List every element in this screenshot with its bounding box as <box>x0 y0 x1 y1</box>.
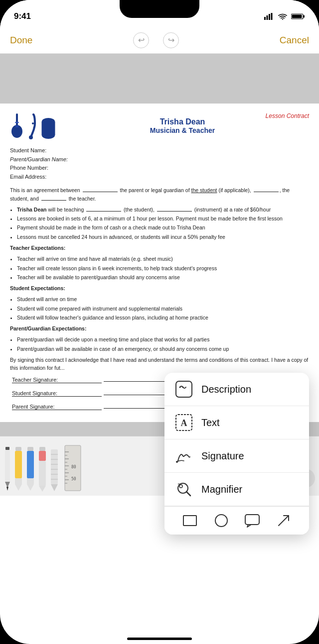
signing-paragraph: By signing this contract I acknowledge t… <box>10 356 309 372</box>
guitar-icon <box>10 112 26 139</box>
student-bullets: Student will arrive on time Student will… <box>17 295 309 322</box>
marker-yellow-tool[interactable] <box>14 442 23 492</box>
svg-marker-36 <box>6 487 8 491</box>
svg-rect-39 <box>15 478 22 484</box>
circle-shape-button[interactable] <box>212 512 230 530</box>
done-button[interactable]: Done <box>10 35 32 46</box>
parent-bullets: Parent/guardian will decide upon a meeti… <box>17 335 309 353</box>
svg-point-12 <box>29 135 33 139</box>
svg-line-28 <box>186 492 190 496</box>
svg-rect-31 <box>245 515 259 525</box>
texture-pencil-tool[interactable] <box>50 442 59 492</box>
instrument-icons <box>10 112 56 139</box>
doc-label: Lesson Contract <box>266 112 309 119</box>
svg-point-25 <box>176 461 178 463</box>
marker-blue-tool[interactable] <box>26 442 35 492</box>
svg-point-22 <box>182 387 184 388</box>
eraser-tool[interactable] <box>38 442 47 492</box>
bullet-3: Payment should be made in the form of ca… <box>17 223 309 231</box>
svg-point-27 <box>179 485 182 488</box>
pencil-tool[interactable] <box>4 442 11 492</box>
signal-icon <box>264 13 274 20</box>
text-icon: A <box>174 413 193 432</box>
svg-text:50: 50 <box>71 477 76 481</box>
magnifier-icon <box>174 480 193 499</box>
parent-heading: Parent/Guardian Expectations: <box>10 324 309 332</box>
redo-button[interactable]: ↪ <box>163 32 179 48</box>
svg-rect-38 <box>15 451 22 478</box>
svg-rect-20 <box>176 381 192 397</box>
signature-label: Signature <box>201 450 244 462</box>
svg-rect-0 <box>264 17 266 20</box>
phone-field: Phone Number: <box>10 164 309 173</box>
email-field: Email Address: <box>10 173 309 182</box>
battery-icon <box>291 13 305 20</box>
teacher-heading: Teacher Expectations: <box>10 244 309 252</box>
phone-frame: 9:41 Done <box>0 0 319 644</box>
svg-rect-34 <box>5 450 10 482</box>
text-label: Text <box>201 417 220 429</box>
status-time: 9:41 <box>14 11 31 21</box>
description-label: Description <box>201 384 251 395</box>
student-name-field: Student Name: <box>10 146 309 155</box>
bullet-2: Lessons are booked in sets of 6, at a mi… <box>17 215 309 222</box>
svg-rect-11 <box>15 122 19 123</box>
svg-rect-43 <box>27 478 34 484</box>
svg-point-30 <box>215 515 227 527</box>
svg-rect-46 <box>39 451 46 461</box>
popup-item-magnifier[interactable]: Magnifier <box>164 473 309 506</box>
description-icon <box>174 380 193 399</box>
doc-top-gray <box>0 54 319 104</box>
svg-marker-48 <box>39 486 46 492</box>
popup-item-text[interactable]: A Text <box>164 406 309 439</box>
svg-rect-41 <box>27 447 33 451</box>
svg-rect-3 <box>271 13 273 20</box>
shapes-row <box>164 506 309 535</box>
svg-rect-45 <box>39 447 45 451</box>
svg-rect-33 <box>5 447 9 450</box>
svg-rect-2 <box>269 14 270 20</box>
svg-marker-44 <box>27 484 34 491</box>
arrow-shape-button[interactable] <box>275 512 293 530</box>
status-icons <box>264 13 305 20</box>
svg-rect-6 <box>304 15 305 18</box>
undo-button[interactable]: ↩ <box>133 32 149 48</box>
svg-rect-37 <box>15 447 21 451</box>
popup-item-description[interactable]: Description <box>164 373 309 406</box>
guardian-name-field: Parent/Guardian Name: <box>10 155 309 164</box>
svg-rect-42 <box>27 451 34 478</box>
svg-marker-40 <box>15 484 22 491</box>
agreement-paragraph: This is an agreement between the parent … <box>10 186 309 203</box>
svg-rect-29 <box>183 516 196 526</box>
notch <box>120 0 199 18</box>
doc-body: This is an agreement between the parent … <box>10 186 309 372</box>
home-indicator <box>127 638 192 640</box>
popup-menu: Description A Text Signature <box>164 373 309 535</box>
main-bullets: Trisha Dean will be teaching (the studen… <box>17 206 309 241</box>
ruler-tool[interactable]: 80 50 <box>64 442 82 492</box>
toolbar: Done ↩ ↪ Cancel <box>0 27 319 54</box>
popup-item-signature[interactable]: Signature <box>164 439 309 473</box>
bullet-4: Lessons must be cancelled 24 hours in ad… <box>17 233 309 241</box>
svg-point-13 <box>32 122 34 124</box>
wifi-icon <box>278 13 287 20</box>
teacher-bullets: Teacher will arrive on time and have all… <box>17 255 309 281</box>
doc-header: Trisha Dean Musician & Teacher Lesson Co… <box>10 112 309 139</box>
svg-rect-10 <box>15 125 18 127</box>
saxophone-icon <box>28 113 39 139</box>
svg-line-32 <box>279 516 289 526</box>
speech-shape-button[interactable] <box>243 512 261 530</box>
svg-rect-7 <box>292 15 302 18</box>
toolbar-center: ↩ ↪ <box>133 32 179 48</box>
signature-icon <box>174 446 193 465</box>
doc-fields: Student Name: Parent/Guardian Name: Phon… <box>10 146 309 181</box>
svg-point-4 <box>282 19 283 20</box>
student-heading: Student Expectations: <box>10 284 309 292</box>
svg-text:A: A <box>181 418 187 428</box>
svg-rect-1 <box>267 15 268 20</box>
rectangle-shape-button[interactable] <box>181 512 199 530</box>
bullet-1: Trisha Dean will be teaching (the studen… <box>17 206 309 214</box>
doc-author-subtitle: Musician & Teacher <box>56 126 309 134</box>
cancel-button[interactable]: Cancel <box>280 35 309 46</box>
magnifier-label: Magnifier <box>201 484 242 495</box>
